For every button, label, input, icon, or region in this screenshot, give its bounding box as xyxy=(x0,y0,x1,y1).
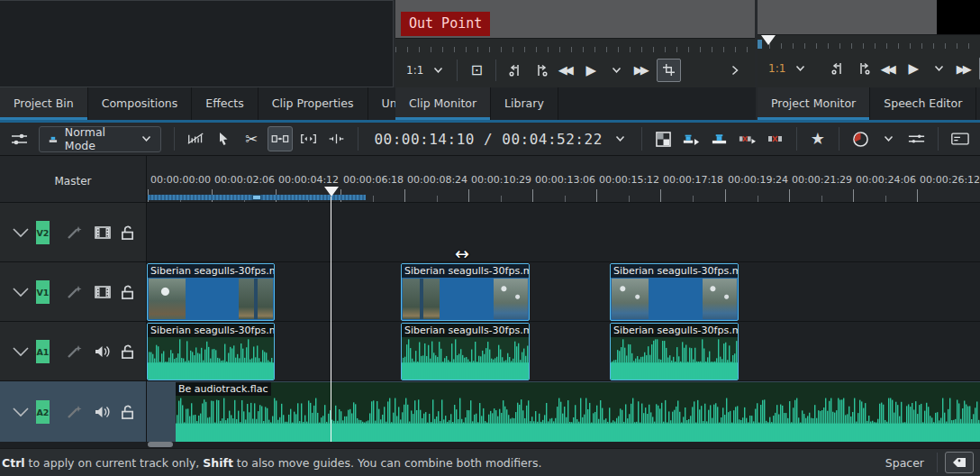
playhead-handle[interactable] xyxy=(324,187,339,197)
go-to-zone-end-button[interactable] xyxy=(853,57,873,80)
video-clip[interactable]: Siberian seagulls-30fps.mp4 xyxy=(147,263,275,321)
lock-track-icon[interactable] xyxy=(121,399,134,425)
rewind-button[interactable]: ◀◀ xyxy=(556,59,576,82)
mute-track-icon[interactable] xyxy=(94,399,110,425)
track-header-v1[interactable]: V1 xyxy=(0,261,146,321)
timeline-zoom-sliders[interactable] xyxy=(904,126,929,151)
extract-frame-button[interactable] xyxy=(763,126,787,151)
track-badge-a2[interactable]: A2 xyxy=(36,400,50,424)
favorite-effects-button[interactable]: ★ xyxy=(805,126,830,151)
track-header-a2[interactable]: A2 xyxy=(0,380,146,442)
track-lane-a1[interactable]: Siberian seagulls-30fps.mp4Siberian seag… xyxy=(146,321,980,380)
insert-zone-in-timeline-button[interactable] xyxy=(707,126,731,151)
clip-label: Siberian seagulls-30fps.mp4 xyxy=(148,324,274,337)
show-mixer-button[interactable] xyxy=(948,126,973,151)
tab-effects[interactable]: Effects xyxy=(192,87,259,120)
project-bin-panel[interactable] xyxy=(0,0,394,87)
timecode-dropdown[interactable] xyxy=(608,126,632,151)
tab-clip-properties[interactable]: Clip Properties xyxy=(259,87,368,120)
track-header-v2[interactable]: V2 xyxy=(0,202,146,261)
audio-clip[interactable]: Siberian seagulls-30fps.mp4 xyxy=(401,323,530,380)
collapse-track-icon[interactable] xyxy=(12,220,30,245)
toolbar-overflow-button[interactable] xyxy=(725,59,745,82)
left-panel-tabbar: Project BinCompositionsEffectsClip Prope… xyxy=(0,87,394,120)
clip-monitor-ruler[interactable] xyxy=(395,38,755,52)
fast-forward-button[interactable]: ▶▶ xyxy=(631,59,651,82)
tag-button[interactable] xyxy=(945,452,974,473)
slip-tool-button[interactable] xyxy=(296,126,321,151)
tab-project-bin[interactable]: Project Bin xyxy=(0,87,88,120)
timeline-preview-button[interactable] xyxy=(848,126,873,151)
selection-tool-button[interactable] xyxy=(212,126,236,151)
audio-clip[interactable]: Be audiotrack.flac xyxy=(176,382,980,442)
project-monitor-video-area[interactable] xyxy=(758,0,980,34)
collapse-track-icon[interactable] xyxy=(12,339,30,364)
collapse-track-icon[interactable] xyxy=(12,399,30,425)
track-badge-v1[interactable]: V1 xyxy=(36,280,50,304)
track-effects-icon[interactable] xyxy=(67,399,83,425)
play-button[interactable]: ▶ xyxy=(581,59,601,82)
track-compositing-button[interactable] xyxy=(651,126,676,151)
tab-project-notes[interactable]: Project Notes xyxy=(976,87,980,120)
hide-video-icon[interactable] xyxy=(94,279,112,305)
project-monitor-playhead-icon[interactable] xyxy=(761,35,776,45)
ruler-major-tick xyxy=(725,189,726,202)
track-lane-a2[interactable]: Be audiotrack.flac xyxy=(146,380,980,442)
track-effects-icon[interactable] xyxy=(67,220,83,245)
zone-mode-button[interactable] xyxy=(657,59,681,82)
audio-clip[interactable]: Siberian seagulls-30fps.mp4 xyxy=(610,323,739,380)
video-clip[interactable]: Siberian seagulls-30fps.mp4 xyxy=(610,263,739,321)
track-effects-icon[interactable] xyxy=(67,339,83,364)
ruler-major-tick xyxy=(468,189,469,202)
timeline-ruler[interactable]: 00:00:00:0000:00:02:0600:00:04:1200:00:0… xyxy=(146,156,980,202)
track-lane-v1[interactable]: Siberian seagulls-30fps.mp4Siberian seag… xyxy=(146,261,980,321)
video-clip[interactable]: Siberian seagulls-30fps.mp4 xyxy=(401,263,530,321)
mute-track-icon[interactable] xyxy=(94,339,110,364)
go-to-zone-end-button[interactable] xyxy=(531,59,550,82)
tab-library[interactable]: Library xyxy=(491,87,558,120)
hide-video-icon[interactable] xyxy=(94,220,112,245)
track-badge-a1[interactable]: A1 xyxy=(36,340,50,363)
go-to-zone-start-button[interactable] xyxy=(505,59,525,82)
monitor-zoom-dropdown[interactable] xyxy=(790,57,810,80)
timeline-position[interactable]: 00:00:14:10 / 00:04:52:22 xyxy=(374,131,602,148)
play-options-dropdown[interactable] xyxy=(606,59,626,82)
use-timeline-zone-button[interactable] xyxy=(184,126,208,151)
tab-project-monitor[interactable]: Project Monitor xyxy=(758,87,870,120)
lock-track-icon[interactable] xyxy=(121,279,134,305)
mix-clips-button[interactable] xyxy=(679,126,703,151)
razor-tool-button[interactable]: ✂ xyxy=(240,126,264,151)
monitor-zoom-level[interactable]: 1:1 xyxy=(768,62,785,75)
track-badge-v2[interactable]: V2 xyxy=(36,221,50,244)
project-monitor-ruler[interactable] xyxy=(758,34,980,49)
lock-track-icon[interactable] xyxy=(121,220,134,245)
tab-clip-monitor[interactable]: Clip Monitor xyxy=(395,87,491,120)
horizontal-scrollbar[interactable] xyxy=(148,442,173,447)
tab-compositions[interactable]: Compositions xyxy=(88,87,193,120)
monitor-zoom-level[interactable]: 1:1 xyxy=(406,64,423,77)
timeline-zone-handle[interactable] xyxy=(252,195,261,200)
track-header-a1[interactable]: A1 xyxy=(0,321,146,380)
timeline-settings-button[interactable] xyxy=(7,126,32,151)
spacer-tool-button[interactable] xyxy=(268,126,293,151)
audio-clip[interactable]: Siberian seagulls-30fps.mp4 xyxy=(147,323,275,380)
preview-dropdown[interactable] xyxy=(876,126,901,151)
clip-monitor-video-area[interactable]: Out Point xyxy=(395,0,755,38)
play-options-dropdown[interactable] xyxy=(929,57,948,80)
edit-mode-selector[interactable]: Normal Mode xyxy=(39,126,161,152)
track-lane-v2[interactable] xyxy=(146,202,980,261)
collapse-track-icon[interactable] xyxy=(12,279,30,305)
ruler-major-tick xyxy=(917,189,918,202)
master-track-button[interactable]: Master xyxy=(0,156,146,202)
tab-speech-editor[interactable]: Speech Editor xyxy=(870,87,976,120)
extract-zone-button[interactable] xyxy=(735,126,759,151)
track-effects-icon[interactable] xyxy=(67,279,83,305)
monitor-zoom-dropdown[interactable] xyxy=(428,59,448,82)
fast-forward-button[interactable]: ▶▶ xyxy=(954,57,974,80)
insert-zone-button[interactable]: ⊡ xyxy=(467,59,486,82)
go-to-zone-start-button[interactable] xyxy=(828,57,848,80)
ripple-tool-button[interactable] xyxy=(324,126,349,151)
rewind-button[interactable]: ◀◀ xyxy=(878,57,898,80)
play-button[interactable]: ▶ xyxy=(903,57,923,80)
lock-track-icon[interactable] xyxy=(121,339,134,364)
